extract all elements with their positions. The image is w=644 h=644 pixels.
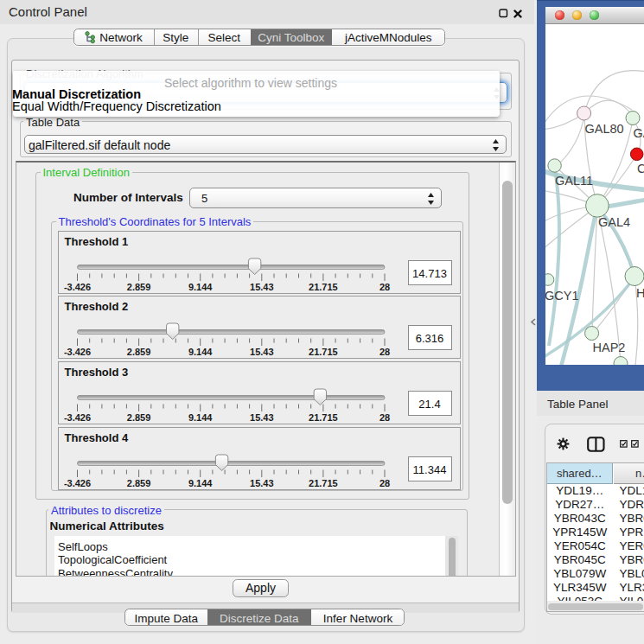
svg-text:21.715: 21.715: [309, 347, 338, 357]
svg-text:C: C: [637, 162, 644, 175]
svg-text:15.43: 15.43: [250, 412, 274, 423]
svg-text:GCY1: GCY1: [545, 289, 579, 303]
svg-text:15.43: 15.43: [250, 347, 274, 357]
svg-text:28: 28: [379, 478, 389, 488]
svg-text:9.144: 9.144: [188, 478, 212, 488]
svg-text:2.859: 2.859: [126, 347, 150, 357]
svg-text:15.43: 15.43: [250, 282, 274, 292]
svg-text:28: 28: [379, 347, 389, 357]
svg-text:21.715: 21.715: [309, 412, 338, 423]
svg-text:21.715: 21.715: [309, 282, 338, 292]
svg-text:GAL4: GAL4: [598, 215, 630, 229]
svg-text:9.144: 9.144: [188, 347, 212, 357]
svg-text:9.144: 9.144: [188, 282, 212, 292]
svg-text:2.859: 2.859: [126, 478, 150, 488]
svg-text:-3.426: -3.426: [63, 412, 90, 423]
svg-text:15.43: 15.43: [250, 478, 274, 488]
svg-text:28: 28: [379, 412, 389, 423]
svg-text:28: 28: [379, 282, 389, 292]
svg-text:GA: GA: [634, 126, 644, 140]
svg-text:GAL11: GAL11: [555, 174, 593, 188]
svg-text:-3.426: -3.426: [63, 347, 90, 357]
svg-text:GAL80: GAL80: [585, 121, 624, 135]
svg-text:H: H: [636, 286, 644, 300]
svg-text:2.859: 2.859: [126, 412, 150, 423]
svg-text:21.715: 21.715: [309, 478, 338, 488]
svg-text:HAP2: HAP2: [593, 340, 626, 354]
svg-text:-3.426: -3.426: [63, 478, 90, 488]
svg-text:2.859: 2.859: [126, 282, 150, 292]
svg-text:9.144: 9.144: [188, 412, 212, 423]
svg-text:-3.426: -3.426: [63, 282, 90, 292]
